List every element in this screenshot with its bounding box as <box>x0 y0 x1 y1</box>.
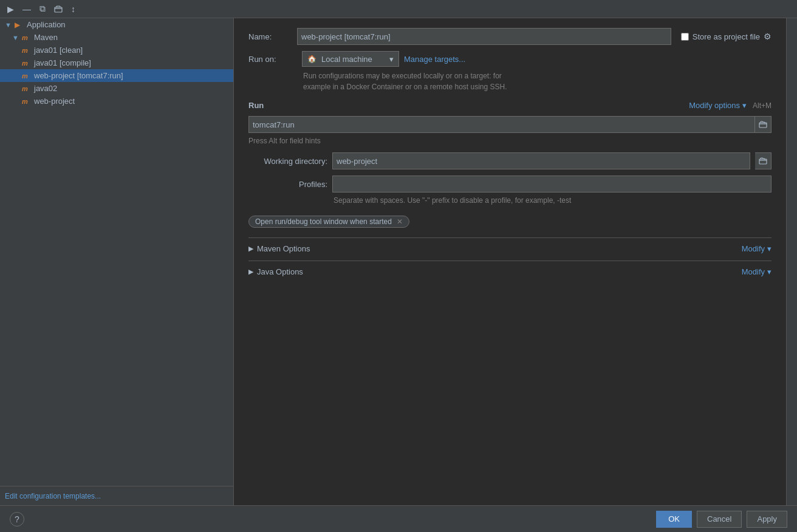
java-options-header[interactable]: ▶ Java Options Modify ▾ <box>248 267 771 276</box>
store-project-container: Store as project file ⚙ <box>681 32 771 41</box>
maven-icon: m <box>22 72 32 80</box>
sidebar-item-java01-clean[interactable]: m java01 [clean] <box>0 44 233 56</box>
manage-targets-link[interactable]: Manage targets... <box>404 55 465 64</box>
sidebar-item-label: Application <box>27 20 228 29</box>
right-panel <box>786 18 797 505</box>
gear-icon[interactable]: ⚙ <box>764 32 771 41</box>
command-row <box>248 116 771 133</box>
java-options-modify-label: Modify <box>742 267 765 276</box>
sidebar-item-web-project[interactable]: m web-project <box>0 95 233 107</box>
local-machine-dropdown[interactable]: 🏠 Local machine ▾ <box>302 51 399 67</box>
profiles-label: Profiles: <box>248 180 327 189</box>
java-options-label: Java Options <box>257 267 303 276</box>
bottom-bar: ? OK Cancel Apply <box>0 505 797 532</box>
sidebar-footer: Edit configuration templates... <box>0 486 233 505</box>
working-dir-browse-button[interactable] <box>755 152 771 169</box>
command-input[interactable] <box>248 116 755 133</box>
store-project-checkbox[interactable] <box>681 33 689 41</box>
working-directory-input[interactable] <box>332 152 750 169</box>
open-tool-window-badge: Open run/debug tool window when started … <box>248 216 409 228</box>
sidebar-item-label: web-project <box>34 97 228 106</box>
maven-icon: m <box>22 60 32 67</box>
java-options-modify-chevron: ▾ <box>767 267 771 276</box>
name-input[interactable] <box>297 28 671 45</box>
svg-rect-2 <box>759 159 767 164</box>
modify-options-shortcut: Alt+M <box>753 101 771 110</box>
apply-button[interactable]: Apply <box>747 511 787 528</box>
java-options-left: ▶ Java Options <box>248 267 303 276</box>
open-button[interactable] <box>52 4 65 15</box>
folder-icon <box>759 157 767 165</box>
working-directory-row: Working directory: <box>248 152 771 169</box>
main-layout: ▼ ▶ Application ▼ m Maven m java01 [clea… <box>0 18 797 505</box>
sidebar-item-label: java02 <box>34 84 228 93</box>
modify-options-chevron: ▾ <box>742 101 747 110</box>
sidebar-item-application[interactable]: ▼ ▶ Application <box>0 18 233 31</box>
name-row: Name: Store as project file ⚙ <box>248 28 771 45</box>
expand-icon: ▼ <box>12 34 19 41</box>
run-button[interactable]: ▶ <box>5 3 16 15</box>
run-section-header: Run Modify options ▾ Alt+M <box>248 101 771 110</box>
sidebar-item-label: java01 [clean] <box>34 46 228 55</box>
maven-options-label: Maven Options <box>257 244 310 253</box>
tag-close-button[interactable]: ✕ <box>397 217 403 226</box>
browse-icon <box>759 121 767 128</box>
run-section-title: Run <box>248 101 264 110</box>
sidebar-item-web-project-tomcat[interactable]: m web-project [tomcat7:run] <box>0 69 233 82</box>
home-icon: 🏠 <box>307 55 316 63</box>
java-options-chevron: ▶ <box>248 268 253 276</box>
java-options-modify[interactable]: Modify ▾ <box>742 267 771 276</box>
expand-icon: ▼ <box>5 21 12 29</box>
sidebar-item-label: java01 [compile] <box>34 58 228 67</box>
maven-options-left: ▶ Maven Options <box>248 244 310 253</box>
sidebar-item-maven[interactable]: ▼ m Maven <box>0 31 233 44</box>
run-on-label: Run on: <box>248 55 297 64</box>
edit-config-templates-link[interactable]: Edit configuration templates... <box>5 492 101 500</box>
tag-badge-label: Open run/debug tool window when started <box>255 217 392 226</box>
sidebar: ▼ ▶ Application ▼ m Maven m java01 [clea… <box>0 18 234 505</box>
dropdown-chevron: ▾ <box>389 55 394 64</box>
maven-options-modify[interactable]: Modify ▾ <box>742 244 771 253</box>
modify-options-label: Modify options <box>689 101 740 110</box>
local-machine-label: Local machine <box>321 55 372 64</box>
tag-badge-container: Open run/debug tool window when started … <box>248 213 771 237</box>
working-directory-label: Working directory: <box>248 157 327 166</box>
sidebar-item-java01-compile[interactable]: m java01 [compile] <box>0 56 233 69</box>
maven-icon: m <box>22 85 32 92</box>
profiles-row: Profiles: <box>248 176 771 193</box>
maven-options-section: ▶ Maven Options Modify ▾ <box>248 237 771 259</box>
modify-options-link[interactable]: Modify options ▾ <box>689 101 747 110</box>
java-options-section: ▶ Java Options Modify ▾ <box>248 261 771 282</box>
svg-rect-1 <box>759 123 767 128</box>
maven-icon: m <box>22 47 32 54</box>
svg-rect-0 <box>55 7 62 12</box>
maven-options-modify-label: Modify <box>742 244 765 253</box>
maven-icon: m <box>22 34 32 41</box>
profiles-hint: Separate with spaces. Use "-" prefix to … <box>334 196 771 205</box>
maven-options-modify-chevron: ▾ <box>767 244 771 253</box>
maven-options-chevron: ▶ <box>248 245 253 253</box>
help-button[interactable]: ? <box>10 512 24 527</box>
maven-icon: m <box>22 98 32 105</box>
ok-button[interactable]: OK <box>656 511 692 528</box>
minimize-button[interactable]: — <box>20 3 33 15</box>
browse-button[interactable] <box>755 116 771 133</box>
store-project-label: Store as project file <box>693 32 760 41</box>
copy-button[interactable]: ⧉ <box>37 2 48 15</box>
cancel-button[interactable]: Cancel <box>697 511 742 528</box>
name-label: Name: <box>248 32 297 41</box>
maven-options-header[interactable]: ▶ Maven Options Modify ▾ <box>248 244 771 253</box>
toolbar: ▶ — ⧉ ↕ <box>0 0 797 18</box>
content-panel: Name: Store as project file ⚙ Run on: 🏠 … <box>234 18 786 505</box>
sort-button[interactable]: ↕ <box>69 3 78 15</box>
run-hint-text: Run configurations may be executed local… <box>303 70 771 92</box>
app-icon: ▶ <box>15 21 24 29</box>
profiles-input[interactable] <box>332 176 771 193</box>
field-hint: Press Alt for field hints <box>248 137 771 145</box>
sidebar-item-label: Maven <box>34 33 228 42</box>
run-on-row: Run on: 🏠 Local machine ▾ Manage targets… <box>248 51 771 67</box>
sidebar-item-label: web-project [tomcat7:run] <box>34 71 228 80</box>
sidebar-item-java02[interactable]: m java02 <box>0 82 233 95</box>
